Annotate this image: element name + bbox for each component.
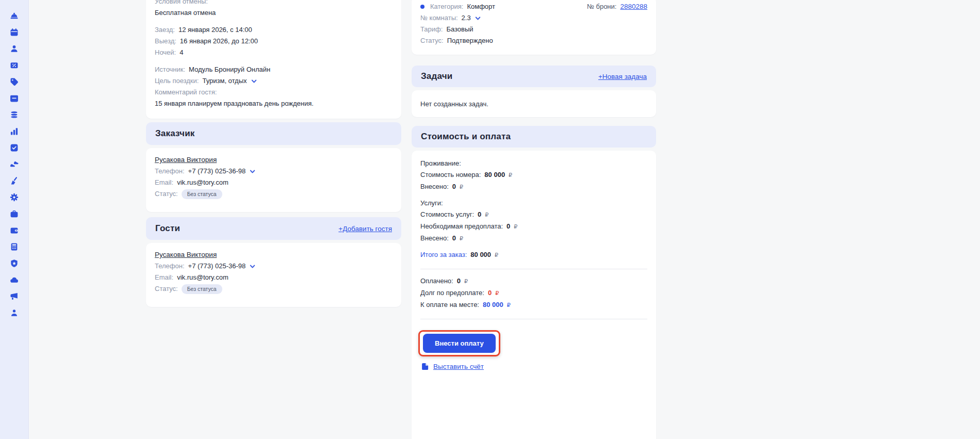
cloud-icon[interactable] bbox=[10, 275, 19, 284]
right-column: Категория: Комфорт № брони: 2880288 № ко… bbox=[412, 0, 656, 439]
guest-name-link[interactable]: Русакова Виктория bbox=[155, 249, 217, 261]
comment-value: 15 января планируем праздновать день рож… bbox=[155, 98, 314, 109]
checkout-label: Выезд: bbox=[155, 36, 176, 47]
shoes-icon[interactable] bbox=[10, 160, 19, 169]
task-check-icon[interactable] bbox=[10, 143, 19, 152]
add-guest-link[interactable]: +Добавить гостя bbox=[338, 225, 392, 233]
room-info-card: Категория: Комфорт № брони: 2880288 № ко… bbox=[412, 0, 656, 55]
source-label: Источник: bbox=[155, 64, 185, 75]
wallet-icon[interactable] bbox=[10, 226, 19, 235]
due-onsite-value: 80 000 bbox=[483, 299, 503, 311]
bar-chart-icon[interactable] bbox=[10, 127, 19, 136]
services-label: Услуги: bbox=[420, 198, 443, 209]
pay-button[interactable]: Внести оплату bbox=[423, 334, 496, 353]
customer-section-header: Заказчик bbox=[146, 122, 401, 145]
checkin-value: 12 января 2026, с 14:00 bbox=[178, 24, 252, 36]
guest-card: Русакова Виктория Телефон: +7 (773) 025-… bbox=[146, 243, 401, 307]
chevron-down-icon[interactable] bbox=[251, 78, 257, 85]
customer-name-link[interactable]: Русакова Виктория bbox=[155, 154, 217, 166]
chevron-down-icon[interactable] bbox=[249, 168, 256, 175]
customer-title: Заказчик bbox=[155, 128, 195, 139]
currency-sign: ₽ bbox=[460, 182, 463, 193]
coins-icon[interactable] bbox=[10, 110, 19, 119]
tasks-empty-text: Нет созданных задач. bbox=[420, 100, 488, 108]
guests-section-header: Гости +Добавить гостя bbox=[146, 217, 401, 240]
room-cost-label: Стоимость номера: bbox=[420, 169, 481, 181]
price-tag-icon[interactable] bbox=[10, 77, 19, 86]
cancellation-label: Условия отмены: bbox=[155, 0, 208, 7]
user-icon[interactable] bbox=[10, 44, 19, 53]
category-label: Категория: bbox=[430, 1, 463, 12]
nights-label: Ночей: bbox=[155, 47, 176, 58]
tariff-label: Тариф: bbox=[420, 24, 443, 35]
currency-sign: ₽ bbox=[464, 276, 468, 287]
services-cost-value: 0 bbox=[478, 209, 481, 220]
payment-section-header: Стоимость и оплата bbox=[412, 126, 656, 148]
nights-value: 4 bbox=[179, 47, 183, 58]
category-value: Комфорт bbox=[467, 1, 495, 12]
tasks-title: Задачи bbox=[421, 71, 452, 82]
guest-status-badge: Без статуса bbox=[182, 284, 222, 294]
customer-email-label: Email: bbox=[155, 177, 173, 188]
customer-status-label: Статус: bbox=[155, 188, 178, 200]
discount-card-icon[interactable] bbox=[10, 61, 19, 70]
new-task-link[interactable]: +Новая задача bbox=[598, 73, 647, 80]
briefcase-icon[interactable] bbox=[10, 209, 19, 218]
profile-icon[interactable] bbox=[10, 308, 19, 317]
calculator-icon[interactable] bbox=[10, 242, 19, 251]
purpose-value: Туризм, отдых bbox=[202, 75, 247, 87]
invoice-document-icon bbox=[421, 363, 429, 370]
customer-card: Русакова Виктория Телефон: +7 (773) 025-… bbox=[146, 148, 401, 212]
currency-sign: ₽ bbox=[495, 250, 498, 261]
guest-status-label: Статус: bbox=[155, 283, 178, 295]
paid-value: 0 bbox=[457, 275, 461, 287]
room-cost-value: 80 000 bbox=[484, 169, 505, 181]
paid-label: Оплачено: bbox=[420, 275, 453, 287]
currency-sign: ₽ bbox=[509, 170, 512, 181]
tasks-section-header: Задачи +Новая задача bbox=[412, 66, 656, 87]
booking-no-label: № брони: bbox=[587, 1, 617, 12]
badge-icon[interactable] bbox=[10, 259, 19, 268]
tasks-card: Нет созданных задач. bbox=[412, 90, 656, 117]
currency-sign: ₽ bbox=[460, 233, 463, 245]
payment-title: Стоимость и оплата bbox=[421, 132, 511, 142]
guests-title: Гости bbox=[155, 223, 180, 234]
purpose-label: Цель поездки: bbox=[155, 75, 199, 87]
payment-card: Проживание: Стоимость номера: 80 000 ₽ В… bbox=[412, 151, 656, 439]
comment-label: Комментарий гостя: bbox=[155, 87, 217, 98]
currency-sign: ₽ bbox=[495, 288, 499, 299]
total-label: Итого за заказ: bbox=[420, 249, 467, 261]
chevron-down-icon[interactable] bbox=[475, 15, 481, 22]
room-no-value: 2.3 bbox=[462, 12, 471, 24]
debt-label: Долг по предоплате: bbox=[420, 287, 484, 299]
chevron-down-icon[interactable] bbox=[249, 263, 256, 270]
prepayment-value: 0 bbox=[507, 221, 510, 232]
broom-icon[interactable] bbox=[10, 176, 19, 185]
app-sidebar bbox=[0, 0, 29, 439]
checkin-label: Заезд: bbox=[155, 24, 175, 36]
guest-email-label: Email: bbox=[155, 272, 173, 283]
tariff-value: Базовый bbox=[446, 24, 473, 35]
calendar-icon[interactable] bbox=[10, 28, 19, 37]
guest-email-value: vik.rus@tory.com bbox=[177, 272, 228, 283]
invoice-link[interactable]: Выставить счёт bbox=[433, 363, 484, 370]
category-color-dot bbox=[420, 5, 424, 9]
services-deposited-value: 0 bbox=[452, 233, 456, 244]
customer-email-value: vik.rus@tory.com bbox=[177, 177, 228, 188]
inbox-icon[interactable] bbox=[10, 94, 19, 103]
customer-phone-value: +7 (773) 025-36-98 bbox=[188, 166, 246, 177]
total-value: 80 000 bbox=[470, 249, 491, 261]
left-column: Условия отмены: Бесплатная отмена Заезд:… bbox=[146, 0, 401, 439]
source-value: Модуль Бронируй Онлайн bbox=[189, 64, 270, 75]
due-onsite-label: К оплате на месте: bbox=[420, 299, 479, 311]
accommodation-label: Проживание: bbox=[420, 158, 461, 169]
currency-sign: ₽ bbox=[507, 300, 511, 311]
booking-details-card: Условия отмены: Бесплатная отмена Заезд:… bbox=[146, 0, 401, 119]
gear-icon[interactable] bbox=[10, 193, 19, 202]
deposited-label: Внесено: bbox=[420, 181, 449, 192]
reception-bell-icon[interactable] bbox=[10, 11, 19, 20]
megaphone-icon[interactable] bbox=[10, 292, 19, 301]
booking-no-link[interactable]: 2880288 bbox=[620, 1, 647, 12]
currency-sign: ₽ bbox=[514, 221, 517, 233]
currency-sign: ₽ bbox=[485, 209, 488, 221]
